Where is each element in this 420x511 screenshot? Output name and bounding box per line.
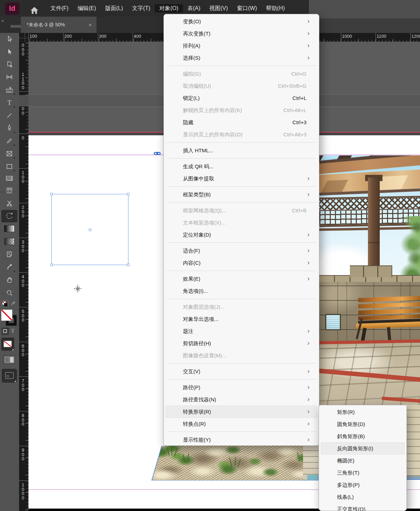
- swap-fill-stroke-icon[interactable]: [10, 301, 17, 307]
- menu-item[interactable]: 转换形状(R): [166, 406, 317, 418]
- menu-item[interactable]: 变换(O): [166, 15, 317, 27]
- menu-item[interactable]: 隐藏Ctrl+3: [166, 116, 317, 128]
- menu-item[interactable]: 再次变换(T): [166, 27, 317, 40]
- dock-grabber[interactable]: [11, 25, 22, 28]
- vertical-ruler[interactable]: 0001100000100200300400500600700800900100…: [19, 42, 28, 511]
- frame-handle-ne[interactable]: [127, 193, 129, 195]
- menu-item[interactable]: 锁定(L)Ctrl+L: [166, 92, 317, 104]
- menu-item[interactable]: 线条(L): [321, 491, 405, 503]
- menubar-item[interactable]: 对象(O): [155, 4, 183, 12]
- menu-item[interactable]: 框架网格选项(Q)...Ctrl+B: [166, 204, 317, 216]
- menu-item[interactable]: 解锁跨页上的所有内容(K)Ctrl+Alt+L: [166, 104, 317, 116]
- menu-item[interactable]: 文本框架选项(X)...: [166, 216, 317, 229]
- menu-item[interactable]: 排列(A): [166, 40, 317, 52]
- menu-item[interactable]: 对象图层选项(J)...: [166, 301, 317, 313]
- gradient-tool[interactable]: [2, 223, 16, 234]
- menu-item[interactable]: 从图像中提取: [166, 172, 317, 185]
- fill-swatch-none[interactable]: [1, 310, 12, 321]
- menu-item[interactable]: 内容(C): [166, 257, 317, 269]
- document-tab[interactable]: *未命名-3 @ 50% ×: [21, 17, 96, 33]
- page-tool[interactable]: [2, 59, 16, 70]
- menu-item[interactable]: 转换点(R): [166, 418, 317, 430]
- apply-color-button[interactable]: [1, 338, 14, 351]
- menubar-item[interactable]: 版面(L): [101, 0, 128, 17]
- menu-item[interactable]: 剪切路径(H): [166, 337, 317, 349]
- gap-tool[interactable]: [2, 72, 16, 82]
- pencil-tool[interactable]: [2, 136, 16, 146]
- tab-close-icon[interactable]: ×: [89, 17, 92, 33]
- frame-handle-nw[interactable]: [50, 193, 53, 195]
- menubar-item[interactable]: 文件(F): [46, 0, 73, 17]
- note-tool[interactable]: [2, 249, 16, 259]
- ruler-origin-corner[interactable]: [19, 33, 28, 42]
- direct-selection-tool[interactable]: [2, 46, 16, 57]
- screen-mode-icon[interactable]: [3, 356, 15, 364]
- menu-item[interactable]: 框架类型(B): [166, 188, 317, 201]
- menu-item[interactable]: 选择(S): [166, 52, 317, 64]
- line-tool[interactable]: [2, 110, 16, 121]
- ruler-label: 00: [21, 107, 25, 116]
- menu-item[interactable]: 多边形(P): [321, 479, 405, 491]
- selection-tool[interactable]: [2, 34, 16, 44]
- home-icon[interactable]: [30, 6, 39, 15]
- menu-item[interactable]: 反向圆角矩形(I): [321, 442, 405, 454]
- menu-item[interactable]: 角选项(I)...: [166, 285, 317, 297]
- dock-collapse-icon[interactable]: »: [1, 18, 4, 23]
- type-tool[interactable]: T: [2, 97, 16, 108]
- indesign-logo[interactable]: Id: [5, 2, 19, 15]
- link-badge-icon[interactable]: [154, 151, 161, 156]
- menu-item[interactable]: 取消编组(U)Ctrl+Shift+G: [166, 80, 317, 92]
- horizontal-grid-tool[interactable]: [2, 173, 16, 184]
- submenu-arrow-icon: [306, 249, 309, 252]
- menu-item[interactable]: 交互(V): [166, 365, 317, 377]
- rectangle-tool[interactable]: [2, 161, 16, 172]
- menu-item[interactable]: 定位对象(D): [166, 229, 317, 241]
- formatting-text-button[interactable]: T: [11, 327, 17, 335]
- ruler-tick: [28, 33, 29, 42]
- menu-item[interactable]: 三角形(T): [321, 467, 405, 479]
- menu-item[interactable]: 椭圆(E): [321, 454, 405, 467]
- formatting-container-button[interactable]: [1, 327, 9, 335]
- placed-image-bottom[interactable]: [150, 446, 319, 480]
- menu-item[interactable]: 路径查找器(N): [166, 393, 317, 406]
- menu-item[interactable]: 编组(G)Ctrl+G: [166, 68, 317, 80]
- menu-item[interactable]: 图像颜色设置(M)...: [166, 349, 317, 361]
- frame-center-point[interactable]: [89, 229, 91, 231]
- frame-handle-sw[interactable]: [50, 264, 53, 266]
- menu-item[interactable]: 对象导出选项...: [166, 313, 317, 325]
- menu-item[interactable]: 显示性能(Y): [166, 434, 317, 446]
- menu-item[interactable]: 圆角矩形(D): [321, 418, 405, 430]
- menu-item[interactable]: 效果(E): [166, 273, 317, 285]
- menubar-item[interactable]: 编辑(E): [73, 0, 100, 17]
- view-mode-button[interactable]: [2, 369, 17, 383]
- pen-tool[interactable]: [2, 123, 16, 133]
- frame-handle-se[interactable]: [127, 264, 129, 266]
- zoom-tool[interactable]: [2, 288, 16, 298]
- menu-item[interactable]: 插入 HTML...: [166, 144, 317, 156]
- placed-image[interactable]: [319, 155, 420, 405]
- default-fill-stroke-icon[interactable]: [1, 300, 9, 308]
- menubar-item[interactable]: 文字(T): [127, 0, 154, 17]
- menu-item[interactable]: 矩形(R): [321, 406, 405, 418]
- menu-item[interactable]: 斜角矩形(B): [321, 430, 405, 442]
- content-collector-tool[interactable]: [2, 85, 16, 95]
- scissors-tool[interactable]: [2, 198, 16, 208]
- eyedropper-tool[interactable]: [2, 262, 16, 272]
- free-transform-tool[interactable]: [2, 211, 16, 221]
- gradient-feather-tool[interactable]: [2, 236, 16, 247]
- menu-item[interactable]: 路径(P): [166, 381, 317, 393]
- ruler-label: 300: [21, 240, 25, 253]
- menu-item[interactable]: 生成 QR 码...: [166, 160, 317, 172]
- menu-item[interactable]: 适合(F): [166, 245, 317, 257]
- ruler-tick: [19, 307, 28, 307]
- menu-item[interactable]: 正交直线(O): [321, 503, 405, 511]
- placed-image-sliver[interactable]: [407, 405, 420, 480]
- menu-item[interactable]: 显示跨页上的所有内容(O)Ctrl+Alt+3: [166, 128, 317, 140]
- menu-shortcut: Ctrl+Alt+3: [283, 128, 306, 140]
- frame-tool[interactable]: [2, 148, 16, 159]
- hand-tool[interactable]: [2, 275, 16, 285]
- ruler-tick: [19, 446, 28, 446]
- vertical-grid-tool[interactable]: [2, 185, 16, 196]
- menu-item[interactable]: 题注: [166, 325, 317, 337]
- ruler-label: 200: [21, 205, 25, 219]
